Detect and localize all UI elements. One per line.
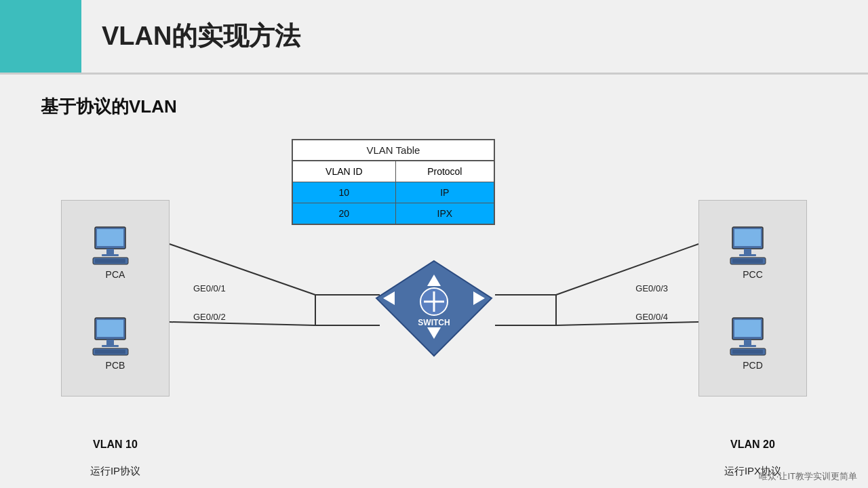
protocol-1: IP xyxy=(395,182,494,203)
pcb-label: PCB xyxy=(106,360,125,371)
table-row: 20 IPX xyxy=(292,203,494,225)
port-ge001-label: GE0/0/1 xyxy=(193,283,226,293)
svg-rect-31 xyxy=(739,345,756,347)
svg-line-5 xyxy=(556,244,698,295)
svg-rect-27 xyxy=(732,259,763,263)
pca-item: PCA xyxy=(92,226,139,280)
section-title: 基于协议的VLAN xyxy=(41,95,827,119)
svg-rect-15 xyxy=(95,259,125,263)
table-row: 10 IP xyxy=(292,182,494,203)
svg-line-0 xyxy=(170,244,315,295)
pcd-label: PCD xyxy=(743,360,763,371)
svg-rect-33 xyxy=(732,350,763,354)
svg-rect-13 xyxy=(102,254,119,256)
port-ge002-label: GE0/0/2 xyxy=(193,312,226,322)
vlan-table-container: VLAN Table VLAN ID Protocol 10 IP 20 IPX xyxy=(292,139,495,225)
vlan-id-2: 20 xyxy=(292,203,395,225)
protocol-label-left: 运行IP协议 xyxy=(61,465,170,478)
pcd-item: PCD xyxy=(729,317,776,371)
svg-rect-25 xyxy=(739,254,756,256)
pca-label: PCA xyxy=(106,269,125,280)
vlan-label-left: VLAN 10 xyxy=(61,439,170,451)
svg-rect-17 xyxy=(97,320,123,337)
svg-rect-19 xyxy=(102,345,119,347)
page-title: VLAN的实现方法 xyxy=(81,0,868,73)
vlan-id-1: 10 xyxy=(292,182,395,203)
col-header-vlanid: VLAN ID xyxy=(292,161,395,182)
pcc-item: PCC xyxy=(729,226,776,280)
svg-rect-12 xyxy=(106,249,114,254)
svg-line-7 xyxy=(556,322,698,325)
network-diagram: VLAN Table VLAN ID Protocol 10 IP 20 IPX xyxy=(61,139,807,488)
svg-rect-21 xyxy=(95,350,125,354)
switch-wrapper: SWITCH xyxy=(373,258,495,359)
svg-rect-18 xyxy=(106,340,114,345)
col-header-protocol: Protocol xyxy=(395,161,494,182)
port-ge003-label: GE0/0/3 xyxy=(635,283,668,293)
vlan-table-caption: VLAN Table xyxy=(292,139,495,160)
port-ge004-label: GE0/0/4 xyxy=(635,312,668,322)
pcb-item: PCB xyxy=(92,317,139,371)
svg-rect-11 xyxy=(97,229,123,246)
vlan-table: VLAN Table VLAN ID Protocol 10 IP 20 IPX xyxy=(292,139,495,225)
pcc-label: PCC xyxy=(743,269,763,280)
main-content: 基于协议的VLAN VLAN Table xyxy=(0,75,868,488)
left-pc-box: PCA PCB xyxy=(61,200,170,396)
vlan-label-right: VLAN 20 xyxy=(698,439,807,451)
pcb-icon xyxy=(92,317,139,357)
svg-rect-30 xyxy=(744,340,751,345)
svg-text:SWITCH: SWITCH xyxy=(418,318,450,327)
pcd-icon xyxy=(729,317,776,357)
pcc-icon xyxy=(729,226,776,266)
svg-rect-29 xyxy=(734,320,761,337)
pca-icon xyxy=(92,226,139,266)
header: VLAN的实现方法 xyxy=(0,0,868,75)
switch-icon: SWITCH xyxy=(373,258,495,359)
header-accent xyxy=(0,0,81,73)
protocol-2: IPX xyxy=(395,203,494,225)
svg-rect-24 xyxy=(744,249,751,254)
watermark: 唯众·让IT教学实训更简单 xyxy=(759,470,857,483)
svg-rect-23 xyxy=(734,229,761,246)
right-pc-box: PCC PCD xyxy=(698,200,807,396)
svg-line-2 xyxy=(170,322,315,325)
